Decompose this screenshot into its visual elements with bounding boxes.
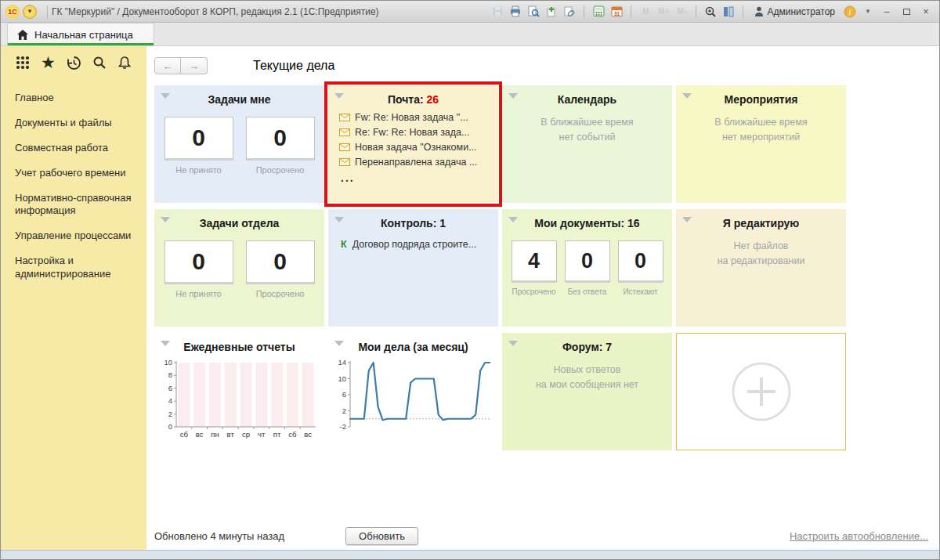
counter[interactable]: 0 Без ответа xyxy=(565,240,610,296)
app-window: 1С ▼ ГК "Меркурий" / Документооборот 8 К… xyxy=(0,0,940,560)
widget-menu-button[interactable] xyxy=(682,217,692,222)
widget-my-affairs: Мои дела (за месяц) -2261014 xyxy=(328,333,498,450)
info-icon[interactable]: i xyxy=(842,4,858,20)
mail-subject: Новая задача "Ознакоми... xyxy=(355,142,477,153)
widget-title: Календарь xyxy=(502,93,672,106)
counter-label: Просрочено xyxy=(512,287,555,296)
split-view-icon[interactable] xyxy=(721,4,736,20)
counter[interactable]: 0 Просрочено xyxy=(246,117,315,175)
divider xyxy=(584,5,584,18)
counter[interactable]: 0 Истекают xyxy=(618,240,663,296)
svg-text:сб: сб xyxy=(288,430,297,439)
sidebar-item[interactable]: Нормативно-справочная информация xyxy=(15,192,146,219)
bell-icon[interactable] xyxy=(115,53,134,72)
widget-menu-button[interactable] xyxy=(334,341,344,346)
svg-text:вт: вт xyxy=(227,430,235,439)
empty-state-text: В ближайшее время нет событий xyxy=(502,115,672,145)
mail-item[interactable]: Перенаправлена задача ... xyxy=(339,157,490,168)
widget-title: Ежедневные отчеты xyxy=(154,341,324,353)
widget-title: Мои дела (за месяц) xyxy=(328,341,498,353)
widget-title: Задачи отдела xyxy=(154,217,324,229)
my-affairs-chart: -2261014 xyxy=(330,356,496,450)
counter[interactable]: 4 Просрочено xyxy=(512,240,557,296)
svg-text:сб: сб xyxy=(180,430,189,439)
window-title: ГК "Меркурий" / Документооборот 8 КОРП, … xyxy=(52,6,379,17)
widget-menu-button[interactable] xyxy=(334,93,344,99)
widget-title: Задачи мне xyxy=(154,93,324,106)
svg-text:вс: вс xyxy=(196,430,204,439)
main-content: ← → Текущие дела Задачи мне 0 Не при xyxy=(146,46,939,550)
daily-reports-chart: 0246810сбвспнвтсрчтптсбвс xyxy=(156,356,322,450)
back-button[interactable]: ← xyxy=(154,57,181,74)
svg-text:вс: вс xyxy=(304,430,312,439)
forward-button[interactable]: → xyxy=(181,57,208,74)
sidebar-item[interactable]: Настройка и администрирование xyxy=(15,255,146,281)
control-item[interactable]: К Договор подряда строите... xyxy=(341,239,490,250)
mail-item[interactable]: Новая задача "Ознакоми... xyxy=(339,142,490,153)
main-menu-button[interactable]: ▼ xyxy=(23,5,37,19)
counter-value: 0 xyxy=(246,117,315,161)
refresh-button[interactable]: Обновить xyxy=(345,527,418,545)
mail-item[interactable]: Re: Fw: Re: Новая зада... xyxy=(339,127,490,138)
widget-mail: Почта: 26 Fw: Re: Новая задача "... xyxy=(328,85,498,203)
svg-text:4: 4 xyxy=(168,396,172,405)
counter-value: 0 xyxy=(565,240,610,283)
counter[interactable]: 0 Просрочено xyxy=(246,240,315,298)
counter[interactable]: 0 Не принято xyxy=(164,117,233,175)
star-icon[interactable]: ★ xyxy=(39,53,58,72)
search-icon[interactable] xyxy=(90,53,109,72)
calendar-icon[interactable]: 31 xyxy=(609,4,624,20)
sidebar-item[interactable]: Учет рабочего времени xyxy=(15,167,146,180)
add-widget-button[interactable] xyxy=(676,333,846,450)
current-user[interactable]: Администратор xyxy=(750,6,840,17)
widget-menu-button[interactable] xyxy=(508,341,518,346)
mail-more-link[interactable]: ... xyxy=(341,172,498,184)
widget-menu-button[interactable] xyxy=(161,93,170,99)
mail-item[interactable]: Fw: Re: Новая задача "... xyxy=(339,112,490,123)
tab-label: Начальная страница xyxy=(34,29,133,41)
widget-title: Почта: 26 xyxy=(328,93,498,106)
calculator-icon[interactable] xyxy=(591,4,606,20)
sidebar-item[interactable]: Совместная работа xyxy=(15,142,146,155)
copy-link-icon[interactable] xyxy=(562,4,577,20)
add-link-icon[interactable] xyxy=(544,4,559,20)
chevron-down-icon[interactable]: ▼ xyxy=(860,4,876,20)
autorefresh-settings-link[interactable]: Настроить автообновление... xyxy=(790,530,928,542)
widget-editing: Я редактирую Нет файлов на редактировани… xyxy=(676,209,846,327)
history-icon[interactable] xyxy=(64,53,83,72)
print-preview-icon[interactable] xyxy=(526,4,541,20)
widget-menu-button[interactable] xyxy=(508,217,518,222)
widget-menu-button[interactable] xyxy=(161,341,170,346)
widget-menu-button[interactable] xyxy=(334,217,344,222)
print-icon[interactable] xyxy=(508,4,523,20)
counter-label: Без ответа xyxy=(568,287,607,296)
mail-count: 26 xyxy=(427,93,439,106)
sidebar-item[interactable]: Управление процессами xyxy=(15,229,146,243)
tab-home-page[interactable]: Начальная страница xyxy=(7,23,154,45)
maximize-button[interactable] xyxy=(898,5,915,19)
zoom-icon[interactable] xyxy=(703,4,718,20)
sidebar: ★ ГлавноеДокументы и файлыСовместная раб… xyxy=(1,46,146,550)
sidebar-item[interactable]: Главное xyxy=(15,92,146,105)
memory-plus-button: M+ xyxy=(656,4,671,20)
window-bottom-edge xyxy=(1,550,939,559)
mail-subject: Перенаправлена задача ... xyxy=(355,157,477,168)
widget-grid: Задачи мне 0 Не принято 0 Просрочено xyxy=(154,85,939,450)
widget-control: Контроль: 1 К Договор подряда строите... xyxy=(328,209,498,327)
close-button[interactable]: × xyxy=(917,5,935,19)
counter-label: Просрочено xyxy=(256,165,305,175)
empty-state-text: Нет файлов на редактировании xyxy=(676,239,846,269)
widget-calendar: Календарь В ближайшее время нет событий xyxy=(502,85,672,203)
counter[interactable]: 0 Не принято xyxy=(164,240,233,298)
envelope-icon xyxy=(339,143,350,151)
widget-menu-button[interactable] xyxy=(508,93,518,99)
sidebar-item[interactable]: Документы и файлы xyxy=(15,117,146,130)
apps-grid-icon[interactable] xyxy=(13,53,32,72)
minimize-button[interactable]: – xyxy=(878,5,895,19)
svg-text:10: 10 xyxy=(338,374,346,383)
widget-title: Я редактирую xyxy=(676,217,846,229)
empty-state-text: Новых ответов на мои сообщения нет xyxy=(502,363,672,392)
widget-menu-button[interactable] xyxy=(161,217,170,222)
widget-menu-button[interactable] xyxy=(682,93,692,99)
svg-text:-2: -2 xyxy=(340,422,346,431)
